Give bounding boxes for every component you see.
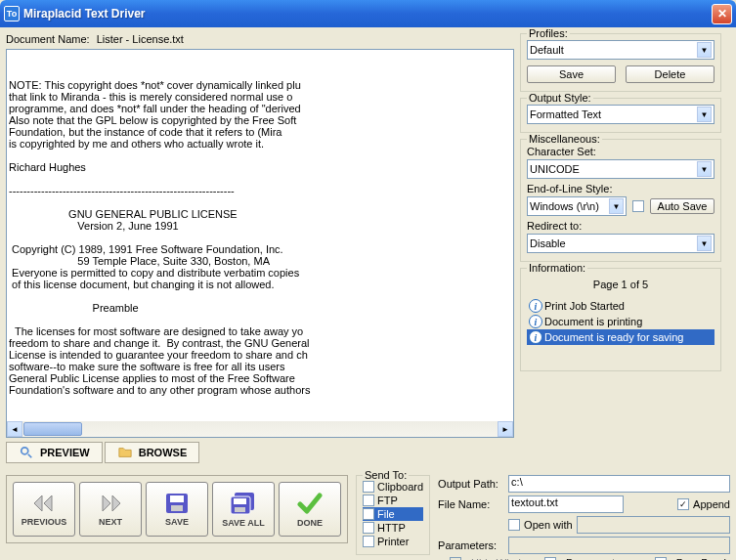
output-options: Output Path: c:\ File Name: textout.txt … <box>438 475 730 560</box>
tab-preview[interactable]: PREVIEW <box>6 442 103 463</box>
save-button[interactable]: SAVE <box>146 482 208 537</box>
eol-value: Windows (\r\n) <box>530 200 609 212</box>
parameters-label: Parameters: <box>438 539 504 551</box>
append-checkbox[interactable]: ✓ <box>677 498 689 510</box>
info-list: iPrint Job StartediDocument is printingi… <box>527 298 714 345</box>
svg-line-1 <box>28 454 32 458</box>
send-to-legend: Send To: <box>363 469 409 481</box>
output-style-combo[interactable]: Formatted Text ▼ <box>527 105 714 124</box>
send-to-label: Clipboard <box>377 481 423 493</box>
chevron-down-icon: ▼ <box>697 42 712 58</box>
info-item[interactable]: iPrint Job Started <box>527 298 714 314</box>
send-to-item[interactable]: FTP <box>363 494 423 507</box>
tab-browse-label: BROWSE <box>139 447 188 458</box>
output-path-input[interactable]: c:\ <box>508 475 730 493</box>
send-to-group: Send To: ClipboardFTP✓FileHTTPPrinter <box>356 475 430 555</box>
close-button[interactable]: ✕ <box>712 4 732 24</box>
send-to-checkbox[interactable]: ✓ <box>363 508 374 520</box>
folder-icon <box>117 446 133 459</box>
charset-label: Character Set: <box>527 146 714 157</box>
done-button[interactable]: DONE <box>279 482 341 537</box>
scroll-thumb[interactable] <box>23 422 82 436</box>
open-with-checkbox[interactable] <box>508 519 520 531</box>
profiles-value: Default <box>530 44 697 56</box>
send-to-item[interactable]: ✓File <box>363 507 423 521</box>
profiles-combo[interactable]: Default ▼ <box>527 40 714 60</box>
profile-save-button[interactable]: Save <box>527 65 616 83</box>
info-item-text: Document is printing <box>544 316 642 327</box>
misc-legend: Miscellaneous: <box>527 133 602 145</box>
charset-value: UNICODE <box>530 163 697 175</box>
misc-group: Miscellaneous: Character Set: UNICODE ▼ … <box>520 139 721 262</box>
info-item-text: Print Job Started <box>544 300 625 312</box>
chevron-down-icon: ▼ <box>609 198 624 214</box>
chevron-down-icon: ▼ <box>697 236 712 251</box>
send-to-label: File <box>377 508 395 520</box>
tab-preview-label: PREVIEW <box>40 447 90 458</box>
document-name-value: Lister - License.txt <box>97 33 184 45</box>
title-bar: To Miraplacid Text Driver ✕ <box>0 0 736 27</box>
open-with-input[interactable] <box>577 516 730 534</box>
chevron-down-icon: ▼ <box>697 161 712 177</box>
redirect-combo[interactable]: Disable ▼ <box>527 234 714 253</box>
info-icon: i <box>529 315 542 328</box>
output-style-value: Formatted Text <box>530 108 697 120</box>
eol-label: End-of-Line Style: <box>527 183 714 194</box>
output-style-legend: Output Style: <box>527 92 593 104</box>
svg-rect-4 <box>171 505 183 511</box>
svg-rect-3 <box>170 495 184 502</box>
autosave-button[interactable]: Auto Save <box>650 198 714 214</box>
info-legend: Information: <box>527 262 587 274</box>
output-style-group: Output Style: Formatted Text ▼ <box>520 98 721 133</box>
magnifier-icon <box>19 446 34 459</box>
send-to-checkbox[interactable] <box>363 536 374 547</box>
output-path-label: Output Path: <box>438 478 504 490</box>
profiles-legend: Profiles: <box>527 27 570 39</box>
page-indicator: Page 1 of 5 <box>527 275 714 298</box>
next-icon <box>95 492 126 515</box>
scroll-right-arrow[interactable]: ► <box>498 421 513 437</box>
info-group: Information: Page 1 of 5 iPrint Job Star… <box>520 268 721 371</box>
chevron-down-icon: ▼ <box>697 107 712 122</box>
file-name-input[interactable]: textout.txt <box>508 495 624 513</box>
send-to-item[interactable]: Clipboard <box>363 480 423 494</box>
profiles-group: Profiles: Default ▼ Save Delete <box>520 33 721 92</box>
scroll-left-arrow[interactable]: ◄ <box>7 421 22 437</box>
send-to-checkbox[interactable] <box>363 522 374 534</box>
autosave-checkbox[interactable] <box>632 200 644 212</box>
previous-icon <box>28 492 60 515</box>
open-with-label: Open with <box>524 519 573 531</box>
document-name-row: Document Name: Lister - License.txt <box>6 33 514 45</box>
redirect-value: Disable <box>530 237 697 249</box>
info-item[interactable]: iDocument is printing <box>527 314 714 329</box>
save-all-button[interactable]: SAVE ALL <box>212 482 275 537</box>
eol-combo[interactable]: Windows (\r\n) ▼ <box>527 196 627 216</box>
text-preview-box[interactable]: NOTE: This copyright does *not* cover dy… <box>6 49 514 438</box>
text-content: NOTE: This copyright does *not* cover dy… <box>9 79 511 438</box>
horizontal-scrollbar[interactable]: ◄ ► <box>7 421 513 437</box>
append-label: Append <box>693 498 730 510</box>
action-button-bar: PREVIOUS NEXT SAVE SAVE ALL DONE <box>6 475 348 543</box>
charset-combo[interactable]: UNICODE ▼ <box>527 159 714 179</box>
parameters-input[interactable] <box>508 537 730 554</box>
send-to-checkbox[interactable] <box>363 495 374 506</box>
tab-browse[interactable]: BROWSE <box>105 442 200 463</box>
send-to-checkbox[interactable] <box>363 481 374 493</box>
window-title: Miraplacid Text Driver <box>23 7 712 21</box>
profile-delete-button[interactable]: Delete <box>626 65 714 83</box>
send-to-item[interactable]: Printer <box>363 535 423 548</box>
send-to-label: HTTP <box>377 522 406 534</box>
info-item-text: Document is ready for saving <box>544 331 683 343</box>
info-icon: i <box>529 299 542 313</box>
send-to-item[interactable]: HTTP <box>363 521 423 535</box>
checkmark-icon <box>296 491 324 516</box>
send-to-label: Printer <box>377 536 409 547</box>
previous-button[interactable]: PREVIOUS <box>13 482 75 537</box>
next-button[interactable]: NEXT <box>79 482 142 537</box>
scroll-track[interactable] <box>83 421 498 437</box>
app-icon: To <box>4 6 20 22</box>
send-to-label: FTP <box>377 495 398 506</box>
info-item[interactable]: iDocument is ready for saving <box>527 329 714 345</box>
floppy-multi-icon <box>229 491 258 516</box>
redirect-label: Redirect to: <box>527 220 714 232</box>
